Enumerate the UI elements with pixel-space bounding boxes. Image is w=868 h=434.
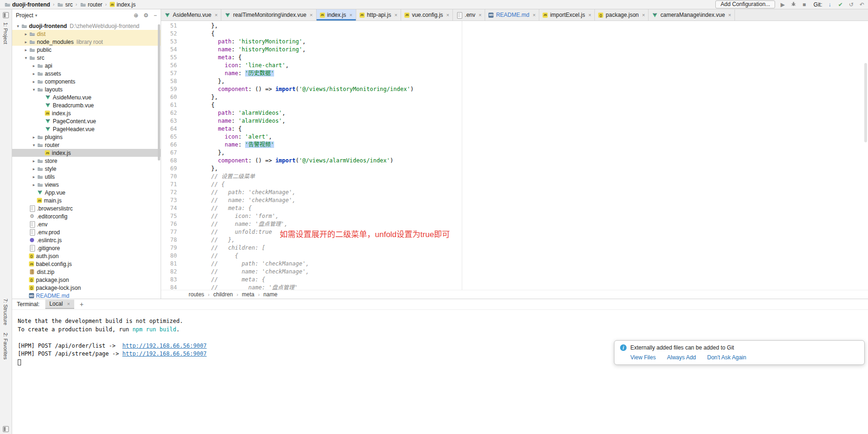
tree-item-env[interactable]: .env	[12, 220, 161, 228]
tree-item-app-vue[interactable]: App.vue	[12, 189, 161, 196]
editor-breadcrumb-item-name[interactable]: name	[263, 291, 277, 298]
tree-item-plugins[interactable]: ▸plugins	[12, 133, 161, 141]
tab-vue-config-js[interactable]: JSvue.config.js×	[401, 9, 453, 21]
chevron-open-icon[interactable]: ▾	[31, 143, 37, 147]
tree-item-readme-md[interactable]: MDREADME.md	[12, 292, 161, 299]
close-icon[interactable]: ×	[310, 12, 312, 18]
close-icon[interactable]: ×	[395, 12, 397, 18]
tree-item-store[interactable]: ▸store	[12, 157, 161, 165]
editor[interactable]: 5152535455565758596061626364656667686970…	[161, 21, 868, 290]
close-icon[interactable]: ×	[67, 301, 70, 307]
editor-breadcrumb-item-children[interactable]: children	[213, 291, 233, 298]
tool-window-button-favorites[interactable]: 2: Favorites	[3, 333, 8, 359]
close-icon[interactable]: ×	[728, 12, 731, 18]
breadcrumb-item-duoji-frontend[interactable]: duoji-frontend	[3, 0, 51, 9]
close-icon[interactable]: ×	[588, 12, 591, 18]
tree-item-eslintrc-js[interactable]: .eslintrc.js	[12, 236, 161, 244]
editor-breadcrumb-item-meta[interactable]: meta	[242, 291, 254, 298]
close-icon[interactable]: ×	[215, 12, 218, 18]
chevron-closed-icon[interactable]: ▸	[31, 79, 37, 84]
tab-index-js[interactable]: JSindex.js×	[317, 9, 356, 21]
add-configuration-button[interactable]: Add Configuration...	[715, 0, 775, 8]
hide-panel-icon[interactable]: −	[154, 12, 157, 19]
tree-item-main-js[interactable]: JSmain.js	[12, 196, 161, 204]
tree-item-utils[interactable]: ▸utils	[12, 173, 161, 181]
terminal-link[interactable]: http://192.168.66.56:9007	[122, 343, 207, 349]
tree-item-breadcrumb-vue[interactable]: Breadcrumb.vue	[12, 101, 161, 109]
editor-scrollbar[interactable]	[864, 63, 867, 142]
tab-asidemenu-vue[interactable]: AsideMenu.vue×	[161, 9, 221, 21]
chevron-closed-icon[interactable]: ▸	[31, 182, 37, 187]
tree-item-style[interactable]: ▸style	[12, 165, 161, 173]
tree-item-pageheader-vue[interactable]: PageHeader.vue	[12, 125, 161, 133]
tree-item-dist[interactable]: ▸dist	[12, 30, 161, 38]
chevron-open-icon[interactable]: ▾	[23, 56, 29, 60]
tree-item-package-json[interactable]: {}package.json	[12, 276, 161, 284]
chevron-closed-icon[interactable]: ▸	[31, 167, 37, 171]
chevron-closed-icon[interactable]: ▸	[31, 135, 37, 140]
project-view-title[interactable]: Project	[16, 12, 33, 19]
tree-item-assets[interactable]: ▸assets	[12, 70, 161, 77]
tree-item-src[interactable]: ▾src	[12, 54, 161, 62]
chevron-closed-icon[interactable]: ▸	[31, 159, 37, 163]
editor-breadcrumb-item-routes[interactable]: routes	[189, 291, 204, 298]
tree-item-views[interactable]: ▸views	[12, 181, 161, 189]
history-icon[interactable]: ↺	[848, 1, 854, 8]
close-icon[interactable]: ×	[349, 12, 352, 18]
tree-item-node-modules[interactable]: ▸node_moduleslibrary root	[12, 38, 161, 46]
tree-item-index-js[interactable]: JSindex.js	[12, 109, 161, 117]
chevron-closed-icon[interactable]: ▸	[31, 63, 37, 68]
tree-item-browserslistrc[interactable]: .browserslistrc	[12, 204, 161, 212]
chevron-closed-icon[interactable]: ▸	[31, 71, 37, 76]
git-update-icon[interactable]: ↓	[826, 1, 833, 8]
tree-item-index-js[interactable]: JSindex.js	[12, 149, 161, 157]
tree-item-router[interactable]: ▾router	[12, 141, 161, 149]
close-icon[interactable]: ×	[642, 12, 645, 18]
debug-icon[interactable]	[790, 1, 797, 8]
tree-item-dist-zip[interactable]: dist.zip	[12, 268, 161, 276]
tree-item-api[interactable]: ▸api	[12, 62, 161, 70]
notification-action-don-t-ask-again[interactable]: Don't Ask Again	[707, 354, 747, 361]
tree-item-env-prod[interactable]: .env.prod	[12, 228, 161, 236]
rollback-icon[interactable]: ↶	[859, 1, 865, 8]
tab-cameramanage-index-vue[interactable]: cameraManage\index.vue×	[649, 9, 735, 21]
tree-item-package-lock-json[interactable]: {}package-lock.json	[12, 284, 161, 292]
close-icon[interactable]: ×	[533, 12, 536, 18]
tab-realtimemonitoring-index-vue[interactable]: realTimeMonitoring\index.vue×	[221, 9, 316, 21]
tab-http-api-js[interactable]: JShttp-api.js×	[356, 9, 401, 21]
chevron-closed-icon[interactable]: ▸	[31, 175, 37, 179]
breadcrumb-item-index-js[interactable]: JSindex.js	[108, 0, 137, 9]
tree-item-public[interactable]: ▸public	[12, 46, 161, 54]
tree-item-asidemenu-vue[interactable]: AsideMenu.vue	[12, 93, 161, 101]
tree-item-editorconfig[interactable]: ⚙.editorconfig	[12, 212, 161, 220]
chevron-open-icon[interactable]: ▾	[15, 24, 21, 28]
tool-window-button-project[interactable]: 1: Project	[3, 22, 8, 44]
project-tool-window-icon[interactable]	[3, 12, 9, 18]
chevron-closed-icon[interactable]: ▸	[23, 32, 29, 36]
notification-action-always-add[interactable]: Always Add	[667, 354, 696, 361]
tab-readme-md[interactable]: MDREADME.md×	[485, 9, 539, 21]
tool-windows-quick-access-icon[interactable]	[3, 426, 9, 432]
chevron-down-icon[interactable]: ▾	[35, 13, 37, 18]
locate-file-icon[interactable]: ⊕	[134, 12, 138, 19]
terminal-output[interactable]: Note that the development build is not o…	[12, 310, 868, 434]
run-icon[interactable]: ▶	[779, 1, 786, 8]
close-icon[interactable]: ×	[479, 12, 481, 18]
chevron-closed-icon[interactable]: ▸	[23, 48, 29, 52]
tree-item-components[interactable]: ▸components	[12, 77, 161, 85]
tree-item-duoji-frontend[interactable]: ▾duoji-frontendD:\zheheWeb\duoji-fronten…	[12, 22, 161, 30]
close-icon[interactable]: ×	[446, 12, 449, 18]
chevron-open-icon[interactable]: ▾	[31, 87, 37, 92]
new-terminal-tab-button[interactable]: +	[80, 301, 84, 308]
notification-action-view-files[interactable]: View Files	[630, 354, 656, 361]
breadcrumb-item-router[interactable]: router	[78, 0, 104, 9]
terminal-tab-local[interactable]: Local ×	[45, 300, 74, 309]
tab-package-json[interactable]: {}package.json×	[595, 9, 649, 21]
tool-window-button-structure[interactable]: 7: Structure	[3, 299, 8, 325]
tab-env[interactable]: .env×	[453, 9, 485, 21]
git-commit-icon[interactable]: ✔	[837, 1, 844, 8]
tree-item-layouts[interactable]: ▾layouts	[12, 85, 161, 93]
project-scrollbar[interactable]	[158, 24, 160, 161]
tree-item-pagecontent-vue[interactable]: PageContent.vue	[12, 117, 161, 125]
chevron-closed-icon[interactable]: ▸	[23, 40, 29, 44]
